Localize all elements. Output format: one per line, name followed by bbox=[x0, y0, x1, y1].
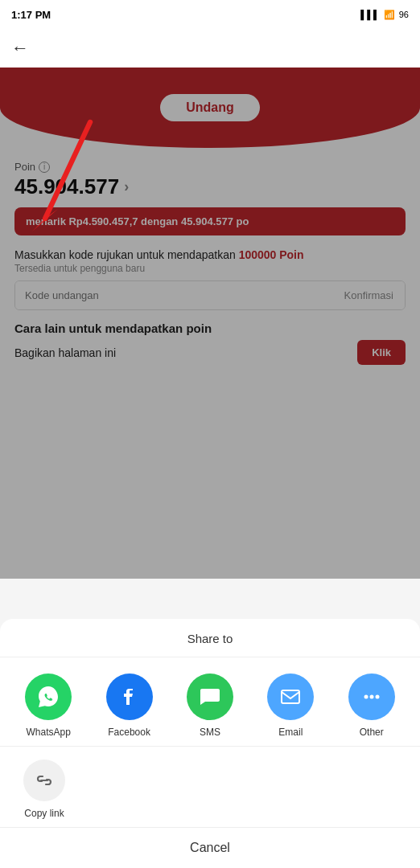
status-bar: 1:17 PM ▌▌▌ 📶 96 bbox=[0, 0, 420, 29]
wifi-icon: 📶 bbox=[384, 10, 395, 20]
whatsapp-icon bbox=[25, 674, 72, 720]
sms-icon bbox=[187, 674, 233, 720]
email-label: Email bbox=[278, 727, 303, 738]
copy-link-label: Copy link bbox=[24, 808, 64, 819]
cancel-button[interactable]: Cancel bbox=[0, 828, 420, 868]
share-facebook[interactable]: Facebook bbox=[101, 674, 158, 738]
whatsapp-label: WhatsApp bbox=[27, 727, 71, 738]
signal-icon: ▌▌▌ bbox=[360, 10, 379, 19]
svg-point-3 bbox=[364, 695, 368, 699]
email-icon bbox=[267, 674, 314, 720]
sms-label: SMS bbox=[200, 727, 220, 738]
facebook-label: Facebook bbox=[108, 727, 150, 738]
copy-link-section: Copy link bbox=[0, 747, 420, 828]
share-whatsapp[interactable]: WhatsApp bbox=[20, 674, 76, 738]
share-icons-row: WhatsApp Facebook SMS bbox=[0, 657, 420, 747]
other-icon bbox=[348, 674, 395, 720]
status-icons: ▌▌▌ 📶 96 bbox=[360, 10, 409, 20]
battery-icon: 96 bbox=[399, 10, 409, 19]
bottom-sheet: Share to WhatsApp Facebook bbox=[0, 619, 420, 868]
overlay-dim bbox=[0, 68, 420, 579]
main-content: Undang Poin i 45.904.577 › menarik Rp4.5… bbox=[0, 68, 420, 579]
status-time: 1:17 PM bbox=[11, 9, 51, 21]
other-label: Other bbox=[360, 727, 384, 738]
facebook-icon bbox=[106, 674, 153, 720]
share-sms[interactable]: SMS bbox=[182, 674, 238, 738]
sheet-title: Share to bbox=[0, 619, 420, 657]
share-other[interactable]: Other bbox=[344, 674, 400, 738]
back-button[interactable]: ← bbox=[11, 38, 29, 59]
share-email[interactable]: Email bbox=[262, 674, 319, 738]
copy-link-item[interactable]: Copy link bbox=[16, 760, 72, 819]
svg-point-4 bbox=[369, 695, 373, 699]
top-bar: ← bbox=[0, 29, 420, 68]
svg-point-5 bbox=[375, 695, 379, 699]
svg-rect-2 bbox=[282, 690, 299, 703]
copy-link-circle bbox=[23, 760, 65, 801]
